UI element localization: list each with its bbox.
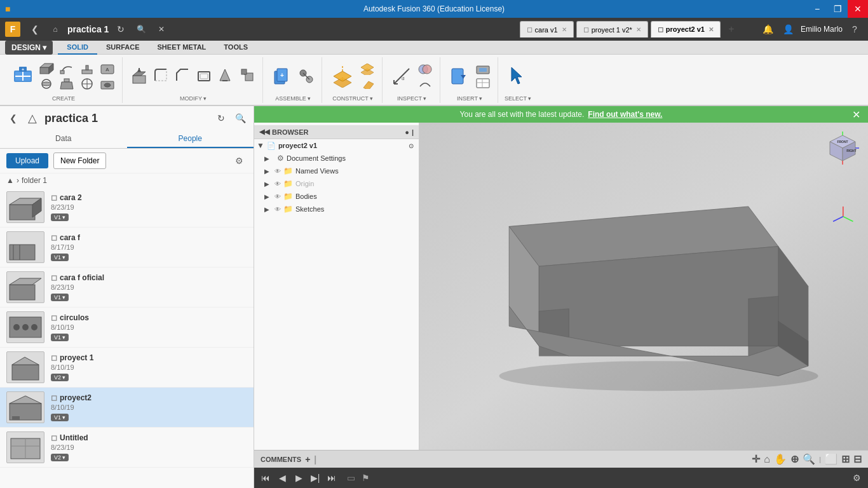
panel-back-button[interactable]: ❮ — [6, 111, 20, 125]
notifications-button[interactable]: 🔔 — [760, 21, 776, 37]
press-pull-button[interactable] — [129, 66, 149, 86]
file-item-6[interactable]: ◻ proyect2 8/10/19 V1 ▾ — [0, 388, 254, 428]
browser-pin[interactable]: ● — [405, 128, 409, 136]
home-view-tool[interactable]: ⌂ — [764, 454, 770, 465]
panel-tab-data[interactable]: Data — [0, 130, 127, 148]
version-badge[interactable]: V1 ▾ — [51, 214, 69, 221]
display-mode-3[interactable]: ⊟ — [853, 453, 862, 465]
revolve-button[interactable] — [37, 77, 56, 91]
pan-tool[interactable]: ✋ — [774, 453, 787, 465]
file-item-4[interactable]: ◻ circulos 8/10/19 V1 ▾ — [0, 308, 254, 348]
emboss-button[interactable]: A — [98, 62, 117, 76]
hole-button[interactable] — [98, 77, 117, 91]
nav-back-button[interactable]: ❮ — [27, 21, 43, 37]
design-dropdown[interactable]: DESIGN ▾ — [5, 41, 53, 55]
tab-close-cara[interactable]: ✕ — [562, 26, 567, 33]
nav-cube[interactable]: FRONT RIGHT — [824, 129, 862, 167]
file-item-1[interactable]: ◻ cara 2 8/23/19 V1 ▾ — [0, 187, 254, 227]
loft-button[interactable] — [57, 77, 76, 91]
scale-button[interactable] — [237, 66, 257, 86]
collapse-browser-button[interactable]: ◀◀ — [259, 128, 269, 136]
version-badge[interactable]: V1 ▾ — [51, 414, 69, 421]
fillet-button[interactable] — [151, 66, 171, 86]
tree-item-bodies[interactable]: ▶ 👁 📁 Bodies — [254, 190, 419, 203]
timeline-rewind[interactable]: ⏮ — [259, 473, 272, 483]
ribbon-tab-surface[interactable]: SURFACE — [97, 41, 149, 55]
web-button[interactable] — [78, 77, 97, 91]
minimize-button[interactable]: − — [807, 0, 827, 18]
tree-item-doc-settings[interactable]: ▶ ⚙ Document Settings — [254, 152, 419, 165]
tab-close-proyect2[interactable]: ✕ — [709, 26, 714, 33]
tree-item-sketches[interactable]: ▶ 👁 📁 Sketches — [254, 203, 419, 215]
tree-collapse-root[interactable]: ▼ — [257, 141, 264, 150]
midplane-button[interactable] — [358, 63, 377, 76]
upload-button[interactable]: Upload — [6, 153, 48, 168]
timeline-prev[interactable]: ◀ — [276, 473, 288, 483]
tab-proyect2-active[interactable]: ◻ proyect2 v1 ✕ — [651, 21, 721, 37]
update-link[interactable]: Find out what's new. — [588, 110, 662, 119]
tree-target-icon[interactable]: ⊙ — [409, 142, 414, 149]
interference-button[interactable] — [416, 63, 435, 76]
banner-close-button[interactable]: ✕ — [852, 109, 860, 121]
panel-settings-button[interactable]: ⚙ — [231, 152, 247, 169]
help-button[interactable]: ? — [846, 21, 863, 37]
new-folder-button[interactable]: New Folder — [53, 152, 106, 169]
search-button[interactable]: 🔍 — [133, 21, 149, 37]
panel-tab-people[interactable]: People — [127, 130, 254, 148]
close-panel-button[interactable]: ✕ — [153, 21, 170, 37]
panel-search-button[interactable]: 🔍 — [233, 111, 247, 125]
tab-close-proyect1[interactable]: ✕ — [636, 26, 641, 33]
timeline-play[interactable]: ▶ — [292, 473, 305, 483]
tree-root[interactable]: ▼ 📄 proyect2 v1 ⊙ — [254, 139, 419, 152]
add-comment-button[interactable]: + — [305, 454, 310, 464]
create-main-button[interactable]: + — [10, 64, 36, 88]
restore-button[interactable]: ❐ — [827, 0, 848, 18]
display-mode-2[interactable]: ⊞ — [841, 453, 850, 465]
file-item-2[interactable]: ◻ cara f 8/17/19 V1 ▾ — [0, 227, 254, 268]
draft-button[interactable] — [215, 66, 236, 86]
zoom-in-tool[interactable]: ⊕ — [790, 453, 799, 465]
panel-refresh-button[interactable]: ↻ — [214, 111, 228, 125]
version-badge[interactable]: V1 ▾ — [51, 254, 69, 261]
file-item-7[interactable]: ◻ Untitled 8/23/19 V2 ▾ — [0, 428, 254, 468]
timeline-end[interactable]: ⏭ — [325, 473, 338, 483]
version-badge[interactable]: V2 ▾ — [51, 454, 69, 461]
version-badge[interactable]: V2 ▾ — [51, 374, 69, 381]
version-badge[interactable]: V1 ▾ — [51, 334, 69, 341]
tab-cara-v1[interactable]: ◻ cara v1 ✕ — [520, 21, 574, 37]
insert-derive-button[interactable] — [447, 65, 472, 88]
shell-button[interactable] — [194, 66, 214, 86]
tree-item-origin[interactable]: ▶ 👁 📁 Origin — [254, 177, 419, 190]
tab-proyect1[interactable]: ◻ proyect 1 v2* ✕ — [576, 21, 648, 37]
new-component-button[interactable]: + — [269, 65, 295, 88]
offset-plane-button[interactable] — [329, 64, 356, 89]
3d-viewport[interactable]: FRONT RIGHT — [419, 123, 868, 450]
version-badge[interactable]: V1 ▾ — [51, 294, 69, 301]
orbit-tool[interactable]: ✛ — [752, 453, 760, 465]
tree-item-named-views[interactable]: ▶ 👁 📁 Named Views — [254, 165, 419, 177]
file-item-3[interactable]: ◻ cara f oficial 8/23/19 V1 ▾ — [0, 268, 254, 308]
measure-button[interactable]: d — [389, 65, 414, 88]
close-button[interactable]: ✕ — [848, 0, 868, 18]
home-icon[interactable]: ⌂ — [47, 21, 64, 37]
timeline-settings[interactable]: ⚙ — [850, 473, 863, 483]
select-button[interactable] — [505, 64, 531, 89]
account-button[interactable]: 👤 — [780, 21, 797, 37]
ribbon-tab-sheet-metal[interactable]: SHEET METAL — [149, 41, 215, 55]
decal-button[interactable] — [473, 63, 492, 76]
sweep-button[interactable] — [57, 62, 76, 76]
refresh-button[interactable]: ↻ — [112, 21, 129, 37]
timeline-next[interactable]: ▶| — [309, 473, 322, 483]
display-mode-1[interactable]: ⬜ — [825, 453, 837, 465]
extrude-button[interactable] — [37, 62, 56, 76]
chamfer-button[interactable] — [172, 66, 193, 86]
curvature-comb-button[interactable] — [416, 77, 435, 90]
file-item-5[interactable]: ◻ proyect 1 8/10/19 V2 ▾ — [0, 348, 254, 388]
canvas-button[interactable] — [473, 77, 492, 90]
plane-at-angle-button[interactable] — [358, 77, 377, 90]
browser-menu[interactable]: | — [412, 128, 414, 136]
tab-add-button[interactable]: + — [723, 21, 740, 37]
ribbon-tab-solid[interactable]: SOLID — [58, 41, 97, 55]
joint-button[interactable] — [296, 67, 316, 85]
ribbon-tab-tools[interactable]: TOOLS — [215, 41, 257, 55]
